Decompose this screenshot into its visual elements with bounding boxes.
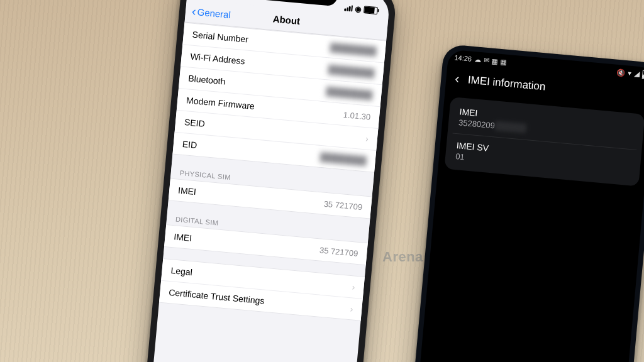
notification-icon: ✉ bbox=[483, 56, 489, 65]
wifi-icon: ◉ bbox=[355, 4, 362, 14]
notification-icon: ▦ bbox=[500, 57, 507, 66]
page-title: IMEI information bbox=[467, 74, 546, 93]
section-device-info: Serial Number████████ Wi-Fi Address█████… bbox=[172, 22, 386, 172]
section-legal: Legal› Certificate Trust Settings› bbox=[159, 258, 365, 321]
chevron-left-icon: ‹ bbox=[192, 11, 196, 11]
signal-icon bbox=[344, 4, 353, 11]
chevron-right-icon: › bbox=[352, 282, 355, 292]
iphone-device: 2:26 ◉ ‹General About Serial Number█████… bbox=[145, 0, 397, 362]
volume-icon: 🔇 bbox=[616, 68, 626, 77]
android-device: 14:26 ☁ ✉ ▦ ▦ 🔇 ▾ ‹ IMEI information bbox=[407, 44, 644, 362]
imei-card: IMEI 352802090000000 IMEI SV 01 bbox=[444, 97, 644, 187]
battery-icon bbox=[364, 6, 378, 14]
notification-icon: ▦ bbox=[491, 57, 498, 65]
iphone-screen: 2:26 ◉ ‹General About Serial Number█████… bbox=[152, 0, 391, 362]
wifi-icon: ▾ bbox=[628, 69, 632, 77]
scene: Arena.com phoneArena.com ph 2:26 ◉ ‹Gene… bbox=[0, 0, 644, 362]
chevron-right-icon: › bbox=[365, 133, 369, 143]
notification-icon: ☁ bbox=[474, 55, 481, 64]
status-time: 14:26 bbox=[454, 53, 472, 62]
page-title: About bbox=[272, 13, 301, 26]
back-button[interactable]: ‹ bbox=[454, 71, 460, 86]
back-button[interactable]: ‹General bbox=[191, 6, 231, 20]
signal-icon bbox=[634, 71, 640, 77]
settings-list[interactable]: Serial Number████████ Wi-Fi Address█████… bbox=[159, 22, 386, 321]
chevron-right-icon: › bbox=[350, 304, 353, 314]
android-screen: 14:26 ☁ ✉ ▦ ▦ 🔇 ▾ ‹ IMEI information bbox=[413, 49, 644, 362]
